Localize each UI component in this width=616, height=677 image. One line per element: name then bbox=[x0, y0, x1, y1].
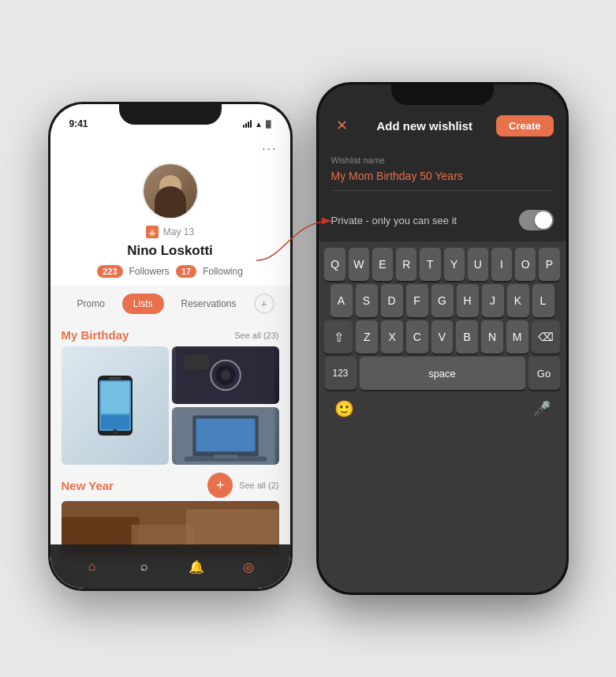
svg-rect-6 bbox=[101, 415, 129, 429]
followers-badge: 223 bbox=[97, 265, 122, 278]
key-p[interactable]: P bbox=[539, 248, 559, 281]
keyboard-row-2: A S D F G H J K L bbox=[322, 284, 563, 317]
key-g[interactable]: G bbox=[431, 284, 454, 317]
wishlist-name-input[interactable]: My Mom Birthday 50 Years bbox=[331, 168, 554, 191]
key-u[interactable]: U bbox=[468, 248, 488, 281]
keyboard: Q W E R T Y U I O P A S D bbox=[319, 241, 566, 593]
new-year-section: New Year + See all (2) bbox=[62, 469, 279, 556]
stats-row: 223 Followers 17 Following bbox=[50, 264, 290, 286]
private-toggle[interactable] bbox=[519, 210, 554, 230]
key-123[interactable]: 123 bbox=[325, 357, 357, 390]
tab-lists[interactable]: Lists bbox=[122, 294, 164, 314]
key-l[interactable]: L bbox=[532, 284, 554, 317]
photo-phone bbox=[62, 346, 169, 465]
create-button[interactable]: Create bbox=[496, 115, 553, 137]
wishlist-name-label: Wishlist name bbox=[331, 155, 554, 165]
birthday-row: 🎂 May 13 bbox=[50, 223, 290, 241]
birthday-section-title: My Birthday bbox=[62, 328, 129, 342]
signal-bar-3 bbox=[248, 122, 249, 128]
key-h[interactable]: H bbox=[457, 284, 479, 317]
toggle-knob bbox=[535, 211, 552, 229]
mic-button[interactable]: 🎤 bbox=[533, 400, 551, 417]
key-n[interactable]: N bbox=[481, 320, 503, 353]
menu-dots-icon[interactable]: ··· bbox=[262, 142, 277, 156]
add-fab-button[interactable]: + bbox=[207, 473, 233, 498]
key-q[interactable]: Q bbox=[324, 248, 345, 281]
key-z[interactable]: Z bbox=[356, 320, 378, 353]
avatar[interactable] bbox=[142, 163, 199, 219]
shift-key[interactable]: ⇧ bbox=[324, 320, 353, 353]
key-k[interactable]: K bbox=[507, 284, 529, 317]
private-row: Private - only you can see it bbox=[319, 199, 566, 241]
new-year-see-all[interactable]: See all (2) bbox=[239, 481, 278, 490]
birthday-section-header: My Birthday See all (23) bbox=[62, 322, 279, 346]
tab-reservations[interactable]: Reservations bbox=[170, 294, 248, 314]
key-t[interactable]: T bbox=[420, 248, 440, 281]
battery-icon: ▓ bbox=[266, 120, 271, 128]
birthday-text: May 13 bbox=[163, 226, 194, 238]
wishlist-content: My Birthday See all (23) bbox=[50, 322, 290, 556]
phone1-notch bbox=[119, 104, 222, 125]
key-r[interactable]: R bbox=[396, 248, 416, 281]
avatar-container bbox=[50, 159, 290, 223]
key-w[interactable]: W bbox=[349, 248, 369, 281]
status-icons: ▲ ▓ bbox=[243, 120, 271, 129]
phone1: 9:41 ▲ ▓ ··· bbox=[48, 102, 293, 591]
keyboard-row-1: Q W E R T Y U I O P bbox=[322, 248, 563, 281]
phone2-screen: ✕ Add new wishlist Create Wishlist name … bbox=[319, 84, 566, 593]
nav-home-icon[interactable]: ⌂ bbox=[83, 557, 102, 576]
photo-laptop bbox=[172, 407, 279, 465]
profile-name: Nino Loskotti bbox=[50, 241, 290, 264]
key-c[interactable]: C bbox=[406, 320, 428, 353]
key-y[interactable]: Y bbox=[444, 248, 465, 281]
key-s[interactable]: S bbox=[356, 284, 378, 317]
new-year-title: New Year bbox=[62, 479, 114, 492]
signal-bar-2 bbox=[245, 123, 247, 128]
key-b[interactable]: B bbox=[456, 320, 478, 353]
key-a[interactable]: A bbox=[330, 284, 353, 317]
signal-bar-1 bbox=[243, 125, 245, 128]
phone2-notch bbox=[391, 84, 494, 105]
svg-rect-14 bbox=[196, 419, 255, 452]
key-go[interactable]: Go bbox=[528, 357, 560, 390]
scene: 9:41 ▲ ▓ ··· bbox=[0, 0, 616, 677]
keyboard-bottom: 🙂 🎤 bbox=[322, 393, 563, 428]
phones-container: 9:41 ▲ ▓ ··· bbox=[16, 16, 600, 661]
key-i[interactable]: I bbox=[491, 248, 512, 281]
bottom-nav: ⌂ ⌕ 🔔 ◎ bbox=[50, 544, 290, 589]
keyboard-row-4: 123 space Go bbox=[322, 357, 563, 390]
photo-camera bbox=[172, 346, 279, 404]
wifi-icon: ▲ bbox=[255, 120, 263, 129]
following-badge: 17 bbox=[176, 265, 196, 278]
key-f[interactable]: F bbox=[406, 284, 428, 317]
nav-search-icon[interactable]: ⌕ bbox=[135, 557, 154, 576]
key-o[interactable]: O bbox=[515, 248, 536, 281]
signal-bars-icon bbox=[243, 120, 252, 128]
key-j[interactable]: J bbox=[482, 284, 504, 317]
key-d[interactable]: D bbox=[381, 284, 403, 317]
birthday-see-all[interactable]: See all (23) bbox=[234, 331, 278, 340]
new-year-header: New Year + See all (2) bbox=[62, 469, 279, 501]
emoji-button[interactable]: 🙂 bbox=[334, 399, 354, 418]
profile-header: ··· bbox=[50, 136, 290, 159]
nav-bell-icon[interactable]: 🔔 bbox=[187, 557, 206, 576]
followers-label: Followers bbox=[129, 266, 170, 277]
nav-camera-icon[interactable]: ◎ bbox=[239, 557, 258, 576]
tab-promo[interactable]: Promo bbox=[65, 294, 115, 314]
tabs-row: Promo Lists Reservations + bbox=[50, 286, 290, 322]
signal-bar-4 bbox=[250, 120, 252, 128]
private-label: Private - only you can see it bbox=[331, 215, 457, 226]
close-button[interactable]: ✕ bbox=[331, 114, 353, 137]
svg-point-4 bbox=[113, 429, 118, 434]
key-x[interactable]: X bbox=[381, 320, 403, 353]
key-v[interactable]: V bbox=[431, 320, 454, 353]
delete-key[interactable]: ⌫ bbox=[532, 320, 560, 353]
keyboard-row-3: ⇧ Z X C V B N M ⌫ bbox=[322, 320, 563, 353]
key-space[interactable]: space bbox=[360, 357, 525, 390]
key-m[interactable]: M bbox=[506, 320, 528, 353]
key-e[interactable]: E bbox=[372, 248, 393, 281]
modal-title: Add new wishlist bbox=[376, 119, 472, 133]
svg-rect-11 bbox=[184, 354, 208, 369]
tab-add-button[interactable]: + bbox=[254, 294, 274, 314]
phone1-screen: 9:41 ▲ ▓ ··· bbox=[50, 104, 290, 589]
